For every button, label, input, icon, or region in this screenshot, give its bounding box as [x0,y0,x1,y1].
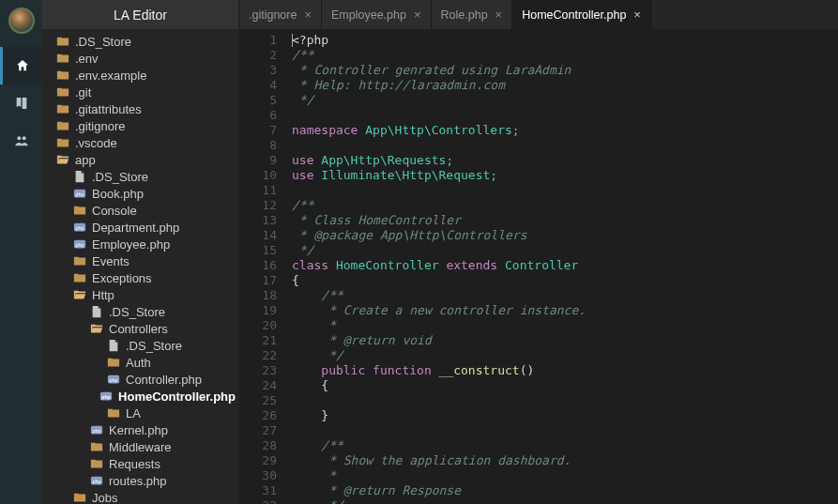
leftbar-users-icon[interactable] [0,122,42,160]
code-line[interactable]: * [292,318,838,333]
code-line[interactable]: /** [292,288,838,303]
tree-item[interactable]: phpEmployee.php [42,236,239,252]
line-number: 16 [239,258,277,273]
code-token: class [292,258,328,272]
tree-item[interactable]: Exceptions [42,269,239,286]
tree-item[interactable]: .env.example [42,67,239,84]
code-line[interactable]: */ [292,243,838,258]
tree-item[interactable]: Jobs [42,489,239,504]
line-number: 25 [239,393,277,408]
tree-item-label: .git [75,85,91,99]
close-icon[interactable]: × [414,8,421,22]
tree-item[interactable]: Auth [42,354,239,371]
folder-closed-icon [55,34,70,49]
line-number: 19 [239,303,277,318]
code-token: __construct [439,363,520,377]
tree-item[interactable]: phpBook.php [42,185,239,202]
tree-item[interactable]: Http [42,286,239,303]
tree-item-label: .env [75,52,99,66]
code-line[interactable]: namespace App\Http\Controllers; [292,123,838,138]
tab-employee-php[interactable]: Employee.php× [322,0,432,29]
file-tree[interactable]: .DS_Store.env.env.example.git.gitattribu… [42,29,239,504]
code-line[interactable]: * @package App\Http\Controllers [292,228,838,243]
tree-item[interactable]: .DS_Store [42,337,239,354]
tree-item[interactable]: .DS_Store [42,33,239,50]
tree-item-label: Department.php [92,221,179,235]
code-line[interactable]: * Help: http://laraadmin.com [292,78,838,93]
code-line[interactable] [292,108,838,123]
code-line[interactable]: * Show the application dashboard. [292,453,838,468]
code-line[interactable]: /** [292,438,838,453]
code-line[interactable] [292,423,838,438]
code-line[interactable]: */ [292,498,838,504]
close-icon[interactable]: × [633,8,641,22]
php-icon: php [72,237,87,252]
tree-item[interactable]: Controllers [42,320,239,337]
code-line[interactable]: { [292,378,838,393]
code-line[interactable]: <?php [292,33,838,48]
left-sidebar [0,0,42,504]
tree-item[interactable]: .vscode [42,134,239,151]
line-number: 32 [239,498,277,504]
tree-item-label: Auth [126,356,151,370]
code-line[interactable]: * @return Response [292,483,838,498]
tree-item[interactable]: Requests [42,455,239,472]
code-token: * Class HomeController [292,213,461,227]
tree-item[interactable]: Events [42,252,239,269]
tree-item[interactable]: Console [42,202,239,219]
tree-item[interactable]: phpKernel.php [42,421,239,438]
tree-item[interactable]: .DS_Store [42,168,239,185]
line-number: 1 [239,33,277,48]
tree-item[interactable]: .gitattributes [42,100,239,117]
tree-item[interactable]: .git [42,84,239,100]
tree-item[interactable]: phpDepartment.php [42,219,239,236]
tab-role-php[interactable]: Role.php× [432,0,513,29]
tree-item[interactable]: .DS_Store [42,303,239,320]
folder-closed-icon [55,101,70,116]
tree-item[interactable]: .gitignore [42,117,239,134]
folder-closed-icon [55,118,70,133]
tree-item[interactable]: phpController.php [42,371,239,388]
code-line[interactable]: /** [292,198,838,213]
code-line[interactable]: * @return void [292,333,838,348]
tree-item[interactable]: app [42,151,239,168]
close-icon[interactable]: × [495,8,503,22]
code-line[interactable]: use App\Http\Requests; [292,153,838,168]
code-line[interactable]: /** [292,48,838,63]
avatar[interactable] [8,8,35,34]
code-line[interactable]: * Controller genrated using LaraAdmin [292,63,838,78]
code-token: App\Http\Requests; [313,153,453,167]
tree-item[interactable]: phproutes.php [42,472,239,489]
code-line[interactable] [292,138,838,153]
code-line[interactable]: { [292,273,838,288]
tab-homecontroller-php[interactable]: HomeController.php× [512,0,651,29]
tree-item[interactable]: LA [42,405,239,421]
line-number: 29 [239,453,277,468]
code-line[interactable]: * Class HomeController [292,213,838,228]
code-line[interactable]: } [292,408,838,423]
tree-item-label: routes.php [109,474,166,488]
close-icon[interactable]: × [304,8,312,22]
leftbar-book-icon[interactable] [0,84,42,122]
code-area[interactable]: <?php/** * Controller genrated using Lar… [284,29,838,504]
folder-closed-icon [89,456,104,471]
code-line[interactable]: public function __construct() [292,363,838,378]
code-line[interactable]: class HomeController extends Controller [292,258,838,273]
tab-bar: LA Editor .gitignore×Employee.php×Role.p… [42,0,838,29]
tree-item-label: .DS_Store [109,305,165,319]
code-line[interactable]: * Create a new controller instance. [292,303,838,318]
code-line[interactable] [292,393,838,408]
code-line[interactable]: * [292,468,838,483]
tab--gitignore[interactable]: .gitignore× [239,0,322,29]
code-line[interactable]: use Illuminate\Http\Request; [292,168,838,183]
code-token: /** [292,198,313,212]
svg-text:php: php [93,428,101,434]
code-line[interactable]: */ [292,93,838,108]
code-line[interactable] [292,183,838,198]
code-line[interactable]: */ [292,348,838,363]
leftbar-home-icon[interactable] [0,47,42,84]
tree-item[interactable]: Middleware [42,438,239,455]
tree-item[interactable]: .env [42,50,239,67]
code-editor[interactable]: 1234567891011121314151617181920212223242… [239,29,838,504]
tree-item[interactable]: phpHomeController.php [42,388,239,405]
